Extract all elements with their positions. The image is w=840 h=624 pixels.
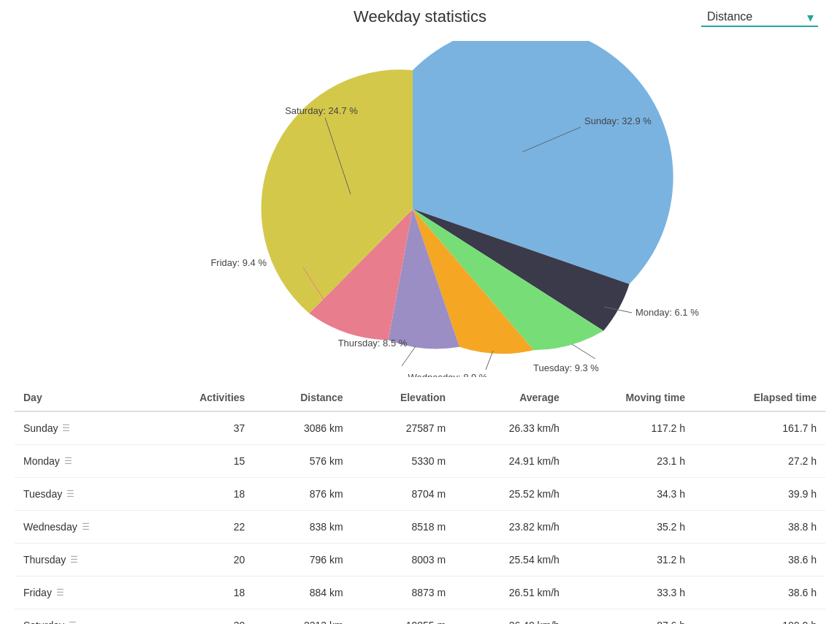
cell-elevation: 8518 m bbox=[352, 511, 455, 544]
col-average: Average bbox=[454, 384, 568, 411]
cell-activities: 15 bbox=[151, 445, 254, 478]
cell-activities: 18 bbox=[151, 577, 254, 609]
pie-chart: Sunday: 32.9 % Monday: 6.1 % Tuesday: 9.… bbox=[128, 41, 712, 377]
cell-distance: 576 km bbox=[253, 445, 351, 478]
cell-activities: 20 bbox=[151, 544, 254, 577]
filter-icon[interactable]: ☰ bbox=[62, 423, 70, 433]
col-distance: Distance bbox=[253, 384, 351, 411]
table-row: Sunday ☰ 37 3086 km 27587 m 26.33 km/h 1… bbox=[15, 411, 825, 445]
svg-line-6 bbox=[486, 351, 493, 370]
cell-average: 25.52 km/h bbox=[454, 478, 568, 511]
cell-day: Tuesday ☰ bbox=[15, 478, 151, 511]
cell-elapsed-time: 38.6 h bbox=[694, 544, 825, 577]
svg-text:Saturday: 24.7 %: Saturday: 24.7 % bbox=[285, 105, 358, 116]
col-elapsed-time: Elapsed time bbox=[694, 384, 825, 411]
cell-elevation: 5330 m bbox=[352, 445, 455, 478]
cell-distance: 838 km bbox=[253, 511, 351, 544]
cell-activities: 22 bbox=[151, 511, 254, 544]
filter-icon[interactable]: ☰ bbox=[69, 620, 77, 624]
cell-elevation: 8003 m bbox=[352, 544, 455, 577]
cell-average: 26.40 km/h bbox=[454, 609, 568, 625]
cell-moving-time: 35.2 h bbox=[568, 511, 694, 544]
day-label: Thursday bbox=[23, 554, 66, 566]
cell-day: Wednesday ☰ bbox=[15, 511, 151, 544]
col-day: Day bbox=[15, 384, 151, 411]
cell-moving-time: 34.3 h bbox=[568, 478, 694, 511]
day-label: Sunday bbox=[23, 422, 58, 434]
day-label: Wednesday bbox=[23, 521, 77, 533]
cell-elevation: 27587 m bbox=[352, 411, 455, 445]
filter-icon[interactable]: ☰ bbox=[66, 489, 75, 499]
day-label: Saturday bbox=[23, 620, 64, 624]
cell-activities: 18 bbox=[151, 478, 254, 511]
table-row: Saturday ☰ 30 2313 km 19855 m 26.40 km/h… bbox=[15, 609, 825, 625]
cell-elevation: 19855 m bbox=[352, 609, 455, 625]
cell-moving-time: 31.2 h bbox=[568, 544, 694, 577]
cell-elapsed-time: 27.2 h bbox=[694, 445, 825, 478]
svg-text:Friday: 9.4 %: Friday: 9.4 % bbox=[210, 257, 267, 268]
cell-elapsed-time: 38.6 h bbox=[694, 577, 825, 609]
cell-elapsed-time: 161.7 h bbox=[694, 411, 825, 445]
svg-text:Wednesday: 8.9 %: Wednesday: 8.9 % bbox=[408, 372, 488, 377]
cell-distance: 796 km bbox=[253, 544, 351, 577]
dropdown-wrapper: Distance Activities Elevation Moving tim… bbox=[701, 7, 818, 27]
statistics-table: Day Activities Distance Elevation Averag… bbox=[15, 384, 825, 624]
cell-moving-time: 23.1 h bbox=[568, 445, 694, 478]
cell-day: Thursday ☰ bbox=[15, 544, 151, 577]
cell-activities: 30 bbox=[151, 609, 254, 625]
day-label: Monday bbox=[23, 455, 60, 467]
filter-icon[interactable]: ☰ bbox=[70, 555, 78, 565]
day-label: Tuesday bbox=[23, 488, 62, 500]
table-row: Thursday ☰ 20 796 km 8003 m 25.54 km/h 3… bbox=[15, 544, 825, 577]
cell-distance: 876 km bbox=[253, 478, 351, 511]
cell-average: 23.82 km/h bbox=[454, 511, 568, 544]
col-activities: Activities bbox=[151, 384, 254, 411]
cell-activities: 37 bbox=[151, 411, 254, 445]
table-row: Friday ☰ 18 884 km 8873 m 26.51 km/h 33.… bbox=[15, 577, 825, 609]
svg-line-4 bbox=[572, 344, 595, 359]
table-row: Tuesday ☰ 18 876 km 8704 m 25.52 km/h 34… bbox=[15, 478, 825, 511]
cell-day: Saturday ☰ bbox=[15, 609, 151, 625]
col-moving-time: Moving time bbox=[568, 384, 694, 411]
cell-elapsed-time: 38.8 h bbox=[694, 511, 825, 544]
cell-distance: 2313 km bbox=[253, 609, 351, 625]
cell-moving-time: 33.3 h bbox=[568, 577, 694, 609]
cell-day: Monday ☰ bbox=[15, 445, 151, 478]
svg-text:Sunday: 32.9 %: Sunday: 32.9 % bbox=[584, 115, 652, 126]
filter-icon[interactable]: ☰ bbox=[64, 456, 72, 466]
cell-elevation: 8704 m bbox=[352, 478, 455, 511]
page-title: Weekday statistics bbox=[354, 7, 486, 26]
cell-distance: 3086 km bbox=[253, 411, 351, 445]
cell-day: Sunday ☰ bbox=[15, 411, 151, 445]
cell-average: 24.91 km/h bbox=[454, 445, 568, 478]
cell-average: 26.51 km/h bbox=[454, 577, 568, 609]
cell-average: 25.54 km/h bbox=[454, 544, 568, 577]
cell-average: 26.33 km/h bbox=[454, 411, 568, 445]
svg-line-8 bbox=[402, 346, 416, 366]
day-label: Friday bbox=[23, 587, 52, 598]
cell-distance: 884 km bbox=[253, 577, 351, 609]
svg-text:Thursday: 8.5 %: Thursday: 8.5 % bbox=[338, 338, 408, 349]
table-row: Wednesday ☰ 22 838 km 8518 m 23.82 km/h … bbox=[15, 511, 825, 544]
cell-elevation: 8873 m bbox=[352, 577, 455, 609]
table-row: Monday ☰ 15 576 km 5330 m 24.91 km/h 23.… bbox=[15, 445, 825, 478]
filter-icon[interactable]: ☰ bbox=[82, 522, 90, 532]
cell-elapsed-time: 100.9 h bbox=[694, 609, 825, 625]
cell-elapsed-time: 39.9 h bbox=[694, 478, 825, 511]
col-elevation: Elevation bbox=[352, 384, 455, 411]
filter-icon[interactable]: ☰ bbox=[56, 587, 64, 598]
cell-day: Friday ☰ bbox=[15, 577, 151, 609]
cell-moving-time: 117.2 h bbox=[568, 411, 694, 445]
svg-text:Tuesday: 9.3 %: Tuesday: 9.3 % bbox=[533, 362, 599, 373]
svg-text:Monday: 6.1 %: Monday: 6.1 % bbox=[635, 307, 699, 318]
chart-area: Sunday: 32.9 % Monday: 6.1 % Tuesday: 9.… bbox=[15, 34, 825, 384]
cell-moving-time: 87.6 h bbox=[568, 609, 694, 625]
metric-dropdown[interactable]: Distance Activities Elevation Moving tim… bbox=[701, 7, 818, 27]
